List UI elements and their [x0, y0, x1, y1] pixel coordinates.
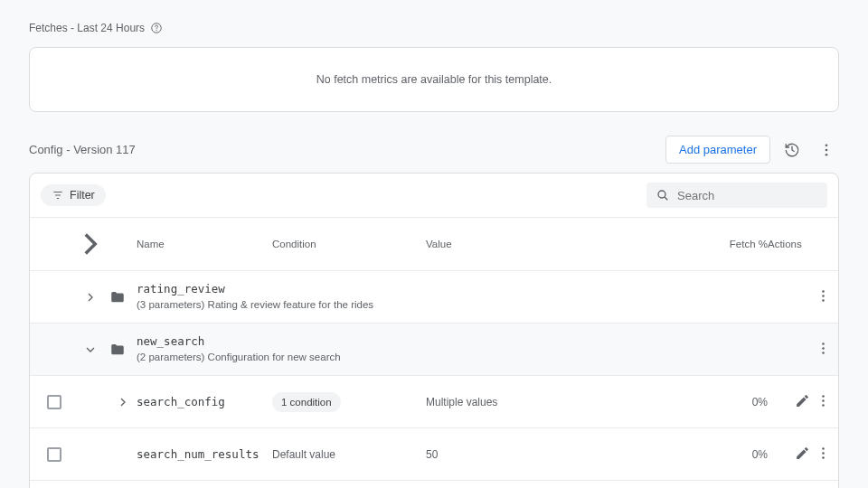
fetches-title: Fetches - Last 24 Hours — [29, 22, 145, 34]
fetches-empty-card: No fetch metrics are available for this … — [29, 47, 839, 112]
more-icon[interactable] — [816, 341, 831, 359]
svg-point-3 — [826, 148, 828, 151]
fetch-percent: 0% — [704, 396, 768, 408]
svg-point-8 — [658, 191, 665, 198]
group-name: rating_review — [137, 282, 704, 296]
fetches-section-header: Fetches - Last 24 Hours — [29, 22, 839, 34]
svg-point-1 — [156, 30, 157, 31]
svg-point-18 — [822, 404, 825, 407]
chevron-right-icon[interactable] — [71, 290, 109, 305]
edit-icon[interactable] — [795, 393, 810, 411]
edit-icon[interactable] — [795, 446, 810, 464]
column-fetch: Fetch % — [704, 239, 768, 249]
svg-point-2 — [826, 144, 828, 146]
column-name: Name — [137, 239, 272, 249]
group-description: (3 parameters) Rating & review feature f… — [137, 297, 704, 312]
chevron-right-icon[interactable] — [109, 395, 137, 409]
svg-point-15 — [822, 352, 825, 354]
param-row[interactable]: search_num_results Default value 50 0% — [30, 428, 838, 481]
svg-point-12 — [822, 299, 825, 302]
svg-point-21 — [822, 456, 825, 459]
folder-icon — [109, 289, 137, 305]
more-icon[interactable] — [814, 137, 839, 163]
svg-point-13 — [822, 343, 825, 345]
svg-point-14 — [822, 347, 825, 350]
more-icon[interactable] — [816, 393, 831, 411]
config-title: Config - Version 117 — [29, 143, 136, 156]
svg-point-10 — [822, 290, 825, 293]
param-name: search_num_results — [137, 447, 272, 461]
param-value: Multiple values — [426, 396, 607, 408]
condition-chip[interactable]: 1 condition — [272, 392, 341, 412]
group-name: new_search — [137, 334, 704, 348]
row-checkbox[interactable] — [47, 447, 61, 462]
history-icon[interactable] — [779, 137, 805, 163]
folder-icon — [109, 342, 137, 358]
column-value: Value — [426, 239, 607, 249]
svg-point-16 — [822, 395, 825, 398]
search-box[interactable] — [646, 183, 827, 208]
expand-all-toggle[interactable] — [71, 225, 109, 263]
more-icon[interactable] — [816, 446, 831, 464]
svg-point-20 — [822, 452, 825, 455]
svg-line-9 — [665, 197, 667, 200]
group-row[interactable]: rating_review (3 parameters) Rating & re… — [30, 271, 838, 324]
param-row[interactable]: search_config 1 condition Multiple value… — [30, 376, 838, 428]
group-row[interactable]: zombie (3 parameters) All params related… — [30, 481, 838, 488]
chevron-down-icon[interactable] — [71, 343, 109, 357]
help-icon[interactable] — [150, 22, 163, 34]
filter-chip[interactable]: Filter — [41, 184, 106, 206]
column-actions: Actions — [768, 239, 831, 249]
param-value: 50 — [426, 448, 607, 461]
svg-point-4 — [826, 153, 828, 155]
condition-text: Default value — [272, 448, 335, 461]
column-condition: Condition — [272, 239, 426, 249]
fetches-empty-message: No fetch metrics are available for this … — [316, 73, 552, 86]
group-description: (2 parameters) Configuration for new sea… — [137, 350, 704, 364]
param-name: search_config — [137, 395, 272, 408]
filter-label: Filter — [70, 189, 95, 202]
search-input[interactable] — [677, 189, 818, 202]
add-parameter-button[interactable]: Add parameter — [665, 136, 770, 164]
row-checkbox[interactable] — [47, 395, 61, 409]
fetch-percent: 0% — [704, 448, 768, 461]
svg-point-17 — [822, 399, 825, 402]
group-row[interactable]: new_search (2 parameters) Configuration … — [30, 324, 838, 376]
more-icon[interactable] — [816, 288, 831, 306]
svg-point-19 — [822, 447, 825, 450]
svg-point-11 — [822, 295, 825, 297]
config-table: Filter Name Condition Value Fetch % Acti… — [29, 173, 839, 488]
